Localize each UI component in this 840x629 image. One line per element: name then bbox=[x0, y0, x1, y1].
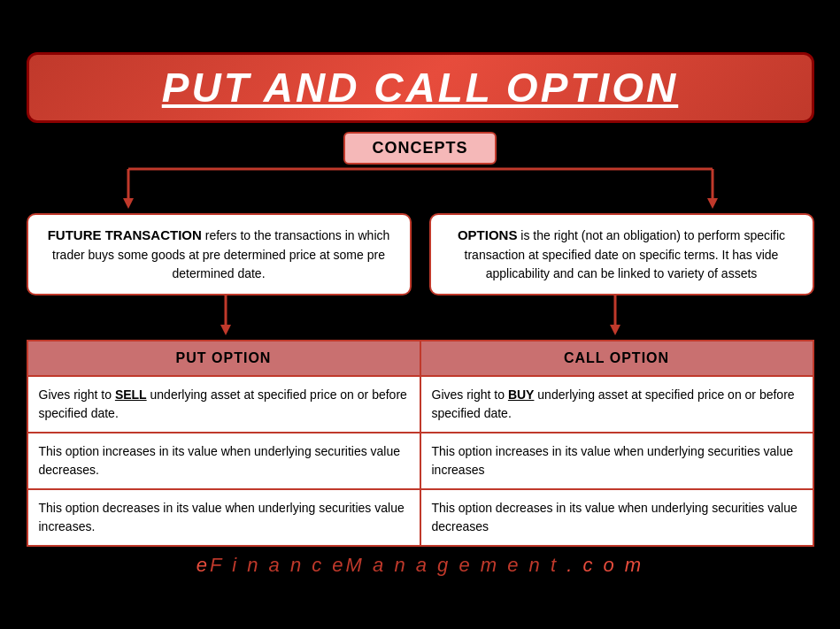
concepts-label: CONCEPTS bbox=[372, 139, 467, 157]
svg-marker-5 bbox=[707, 198, 718, 209]
put-option-header: PUT OPTION bbox=[28, 341, 421, 375]
svg-marker-9 bbox=[610, 325, 620, 335]
call-row3-cell: This option decreases in its value when … bbox=[421, 490, 813, 545]
put-row2-cell: This option increases in its value when … bbox=[28, 433, 421, 488]
concepts-connector-svg bbox=[31, 165, 810, 213]
svg-marker-4 bbox=[123, 198, 134, 209]
svg-marker-7 bbox=[220, 325, 231, 335]
comparison-table: PUT OPTION CALL OPTION Gives right to SE… bbox=[27, 340, 814, 547]
call-row2-cell: This option increases in its value when … bbox=[421, 433, 813, 488]
info-boxes-row: FUTURE TRANSACTION refers to the transac… bbox=[27, 213, 814, 295]
footer-e: e bbox=[197, 554, 210, 576]
call-option-header: CALL OPTION bbox=[421, 341, 813, 375]
footer-management: M a n a g e m e n t bbox=[346, 554, 559, 576]
footer-dotcom: . c o m bbox=[559, 554, 643, 576]
future-transaction-term: FUTURE TRANSACTION bbox=[48, 227, 202, 242]
footer-text: eF i n a n c eM a n a g e m e n t . c o … bbox=[197, 554, 643, 576]
title-box: PUT AND CALL OPTION bbox=[27, 52, 814, 123]
boxes-to-table-svg bbox=[31, 295, 810, 340]
sell-word: SELL bbox=[115, 387, 147, 402]
table-row-3: This option decreases in its value when … bbox=[28, 490, 813, 545]
options-term: OPTIONS bbox=[458, 227, 518, 242]
main-container: PUT AND CALL OPTION CONCEPTS FUTURE TRAN… bbox=[13, 39, 828, 590]
future-transaction-box: FUTURE TRANSACTION refers to the transac… bbox=[27, 213, 412, 295]
page-title: PUT AND CALL OPTION bbox=[162, 65, 678, 111]
footer-finance: F i n a n c e bbox=[210, 554, 346, 576]
buy-word: BUY bbox=[508, 387, 535, 402]
put-row3-cell: This option decreases in its value when … bbox=[28, 490, 421, 545]
options-box: OPTIONS is the right (not an obligation)… bbox=[429, 213, 814, 295]
concepts-box: CONCEPTS bbox=[343, 132, 496, 165]
table-row-1: Gives right to SELL underlying asset at … bbox=[28, 377, 813, 433]
put-row1-cell: Gives right to SELL underlying asset at … bbox=[28, 377, 421, 432]
call-row1-cell: Gives right to BUY underlying asset at s… bbox=[421, 377, 813, 432]
table-header-row: PUT OPTION CALL OPTION bbox=[28, 341, 813, 377]
footer: eF i n a n c eM a n a g e m e n t . c o … bbox=[27, 554, 814, 577]
table-row-2: This option increases in its value when … bbox=[28, 433, 813, 490]
